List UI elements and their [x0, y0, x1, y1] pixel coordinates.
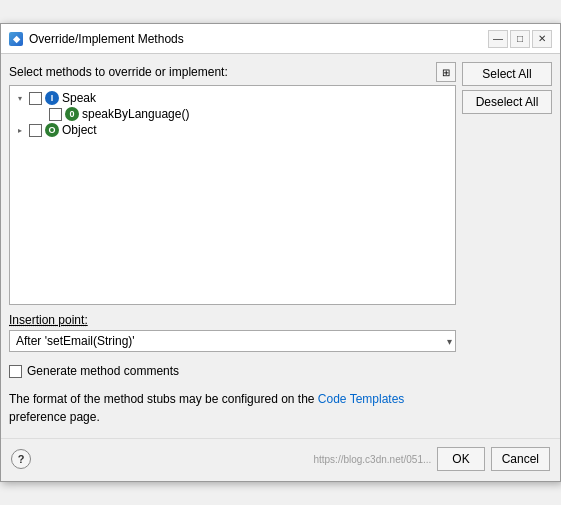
info-text-after: preference page.: [9, 410, 100, 424]
cancel-button[interactable]: Cancel: [491, 447, 550, 471]
generate-comments-checkbox[interactable]: [9, 365, 22, 378]
speakbylanguage-label: speakByLanguage(): [82, 107, 189, 121]
minimize-button[interactable]: —: [488, 30, 508, 48]
tree-row-speak[interactable]: I Speak: [10, 90, 455, 106]
ok-button[interactable]: OK: [437, 447, 484, 471]
insertion-dropdown-container: After 'setEmail(String)' ▾: [9, 330, 456, 352]
info-text: The format of the method stubs may be co…: [9, 390, 456, 426]
generate-comments-row: Generate method comments: [9, 364, 456, 378]
maximize-button[interactable]: □: [510, 30, 530, 48]
speak-arrow[interactable]: [14, 92, 26, 104]
footer: ? https://blog.c3dn.net/051... OK Cancel: [1, 438, 560, 481]
right-panel: Select All Deselect All: [462, 62, 552, 426]
insertion-section: Insertion point: After 'setEmail(String)…: [9, 313, 456, 352]
close-button[interactable]: ✕: [532, 30, 552, 48]
methods-header: Select methods to override or implement:…: [9, 62, 456, 82]
tree-row-object[interactable]: O Object: [10, 122, 455, 138]
dialog-icon: ◆: [9, 32, 23, 46]
dialog-body: Select methods to override or implement:…: [1, 54, 560, 434]
footer-right: https://blog.c3dn.net/051... OK Cancel: [313, 447, 550, 471]
object-label: Object: [62, 123, 97, 137]
title-bar-left: ◆ Override/Implement Methods: [9, 32, 184, 46]
override-implement-dialog: ◆ Override/Implement Methods — □ ✕ Selec…: [0, 23, 561, 482]
help-button[interactable]: ?: [11, 449, 31, 469]
dialog-title: Override/Implement Methods: [29, 32, 184, 46]
title-controls: — □ ✕: [488, 30, 552, 48]
deselect-all-button[interactable]: Deselect All: [462, 90, 552, 114]
methods-label: Select methods to override or implement:: [9, 65, 228, 79]
methods-section: Select methods to override or implement:…: [9, 62, 456, 305]
object-arrow[interactable]: [14, 124, 26, 136]
code-templates-link[interactable]: Code Templates: [318, 392, 405, 406]
insertion-label: Insertion point:: [9, 313, 456, 327]
insertion-dropdown[interactable]: After 'setEmail(String)': [9, 330, 456, 352]
generate-comments-label: Generate method comments: [27, 364, 179, 378]
info-text-before: The format of the method stubs may be co…: [9, 392, 318, 406]
speakbylanguage-icon: 0: [65, 107, 79, 121]
speak-icon: I: [45, 91, 59, 105]
object-icon: O: [45, 123, 59, 137]
speak-checkbox[interactable]: [29, 92, 42, 105]
speak-label: Speak: [62, 91, 96, 105]
left-panel: Select methods to override or implement:…: [9, 62, 456, 426]
expand-all-button[interactable]: ⊞: [436, 62, 456, 82]
watermark: https://blog.c3dn.net/051...: [313, 454, 431, 465]
title-bar: ◆ Override/Implement Methods — □ ✕: [1, 24, 560, 54]
select-all-button[interactable]: Select All: [462, 62, 552, 86]
object-checkbox[interactable]: [29, 124, 42, 137]
tree-row-speakbylanguage[interactable]: 0 speakByLanguage(): [10, 106, 455, 122]
speakbylanguage-checkbox[interactable]: [49, 108, 62, 121]
methods-tree[interactable]: I Speak 0 speakByLanguage(): [9, 85, 456, 305]
